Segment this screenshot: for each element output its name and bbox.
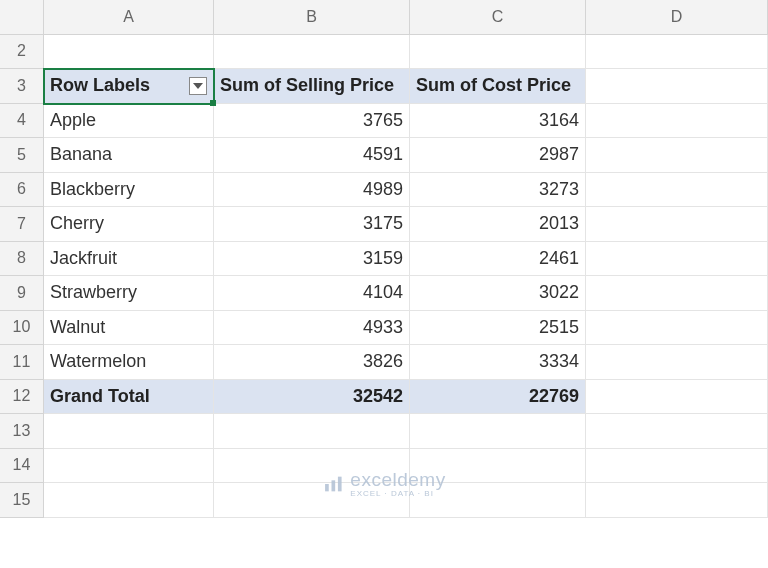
- pivot-row-selling[interactable]: 4933: [214, 311, 410, 346]
- row-header-15[interactable]: 15: [0, 483, 44, 518]
- pivot-row-cost[interactable]: 3273: [410, 173, 586, 208]
- filter-dropdown-button[interactable]: [189, 77, 207, 95]
- cell-D14[interactable]: [586, 449, 768, 484]
- pivot-row-selling[interactable]: 3175: [214, 207, 410, 242]
- cell-A13[interactable]: [44, 414, 214, 449]
- pivot-row-selling[interactable]: 3826: [214, 345, 410, 380]
- row-header-9[interactable]: 9: [0, 276, 44, 311]
- pivot-row-label[interactable]: Watermelon: [44, 345, 214, 380]
- svg-rect-2: [338, 476, 342, 491]
- row-header-10[interactable]: 10: [0, 311, 44, 346]
- pivot-row-selling[interactable]: 4989: [214, 173, 410, 208]
- grand-total-cost[interactable]: 22769: [410, 380, 586, 415]
- svg-rect-1: [332, 480, 336, 491]
- row-header-8[interactable]: 8: [0, 242, 44, 277]
- pivot-row-selling[interactable]: 3159: [214, 242, 410, 277]
- cell-D6[interactable]: [586, 173, 768, 208]
- cell-D12[interactable]: [586, 380, 768, 415]
- pivot-row-selling[interactable]: 4591: [214, 138, 410, 173]
- pivot-header-rowlabels: Row Labels: [50, 75, 150, 96]
- grand-total-label[interactable]: Grand Total: [44, 380, 214, 415]
- pivot-row-selling[interactable]: 3765: [214, 104, 410, 139]
- pivot-header-0[interactable]: Row Labels: [44, 69, 214, 104]
- pivot-header-2[interactable]: Sum of Cost Price: [410, 69, 586, 104]
- col-header-B[interactable]: B: [214, 0, 410, 35]
- chart-icon: [322, 473, 344, 495]
- row-header-4[interactable]: 4: [0, 104, 44, 139]
- pivot-row-cost[interactable]: 3164: [410, 104, 586, 139]
- cell-A14[interactable]: [44, 449, 214, 484]
- pivot-row-cost[interactable]: 2013: [410, 207, 586, 242]
- row-header-7[interactable]: 7: [0, 207, 44, 242]
- grand-total-selling[interactable]: 32542: [214, 380, 410, 415]
- pivot-header-1[interactable]: Sum of Selling Price: [214, 69, 410, 104]
- pivot-row-selling[interactable]: 4104: [214, 276, 410, 311]
- cell-D7[interactable]: [586, 207, 768, 242]
- cell-D2[interactable]: [586, 35, 768, 70]
- watermark-tag: EXCEL · DATA · BI: [350, 489, 445, 498]
- pivot-row-label[interactable]: Walnut: [44, 311, 214, 346]
- pivot-row-cost[interactable]: 3022: [410, 276, 586, 311]
- select-all-corner[interactable]: [0, 0, 44, 35]
- cell-D5[interactable]: [586, 138, 768, 173]
- cell-D9[interactable]: [586, 276, 768, 311]
- pivot-row-cost[interactable]: 3334: [410, 345, 586, 380]
- cell-A2[interactable]: [44, 35, 214, 70]
- row-header-11[interactable]: 11: [0, 345, 44, 380]
- cell-D11[interactable]: [586, 345, 768, 380]
- watermark-brand: exceldemy: [350, 469, 445, 490]
- pivot-row-label[interactable]: Jackfruit: [44, 242, 214, 277]
- col-header-C[interactable]: C: [410, 0, 586, 35]
- col-header-A[interactable]: A: [44, 0, 214, 35]
- row-header-5[interactable]: 5: [0, 138, 44, 173]
- row-header-3[interactable]: 3: [0, 69, 44, 104]
- pivot-row-label[interactable]: Blackberry: [44, 173, 214, 208]
- pivot-row-label[interactable]: Banana: [44, 138, 214, 173]
- cell-C13[interactable]: [410, 414, 586, 449]
- cell-A15[interactable]: [44, 483, 214, 518]
- cell-D3[interactable]: [586, 69, 768, 104]
- cell-C2[interactable]: [410, 35, 586, 70]
- cell-D8[interactable]: [586, 242, 768, 277]
- pivot-row-cost[interactable]: 2515: [410, 311, 586, 346]
- row-header-14[interactable]: 14: [0, 449, 44, 484]
- row-header-13[interactable]: 13: [0, 414, 44, 449]
- cell-B13[interactable]: [214, 414, 410, 449]
- pivot-row-label[interactable]: Apple: [44, 104, 214, 139]
- row-header-6[interactable]: 6: [0, 173, 44, 208]
- row-header-2[interactable]: 2: [0, 35, 44, 70]
- cell-D10[interactable]: [586, 311, 768, 346]
- pivot-row-cost[interactable]: 2461: [410, 242, 586, 277]
- cell-B2[interactable]: [214, 35, 410, 70]
- col-header-D[interactable]: D: [586, 0, 768, 35]
- cell-D13[interactable]: [586, 414, 768, 449]
- cell-D15[interactable]: [586, 483, 768, 518]
- row-header-12[interactable]: 12: [0, 380, 44, 415]
- pivot-row-label[interactable]: Cherry: [44, 207, 214, 242]
- watermark: exceldemy EXCEL · DATA · BI: [322, 469, 445, 498]
- cell-D4[interactable]: [586, 104, 768, 139]
- svg-rect-0: [325, 484, 329, 491]
- pivot-row-cost[interactable]: 2987: [410, 138, 586, 173]
- pivot-row-label[interactable]: Strawberry: [44, 276, 214, 311]
